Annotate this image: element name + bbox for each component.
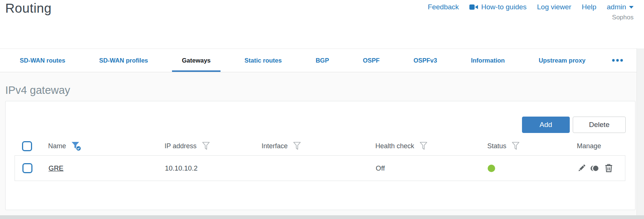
column-header-manage: Manage bbox=[577, 142, 601, 150]
tab-upstream-proxy[interactable]: Upstream proxy bbox=[529, 49, 595, 72]
header-links: Feedback How-to guides Log viewer Help a… bbox=[428, 3, 634, 11]
admin-menu-label: admin bbox=[607, 3, 626, 11]
filter-icon[interactable] bbox=[202, 142, 210, 150]
gateway-ip-address: 10.10.10.2 bbox=[157, 164, 255, 172]
filter-icon[interactable] bbox=[419, 142, 428, 150]
tab-gateways[interactable]: Gateways bbox=[172, 49, 220, 72]
column-header-interface: Interface bbox=[262, 142, 288, 150]
table-row: GRE 10.10.10.2 Off bbox=[15, 156, 625, 181]
log-viewer-link[interactable]: Log viewer bbox=[537, 3, 571, 11]
gateway-table: Name IP address bbox=[15, 137, 625, 181]
tab-information[interactable]: Information bbox=[461, 49, 515, 72]
select-all-checkbox[interactable] bbox=[22, 141, 32, 151]
tab-ospf[interactable]: OSPF bbox=[353, 49, 389, 72]
brand-name: Sophos bbox=[428, 14, 634, 21]
filter-active-icon[interactable] bbox=[71, 141, 81, 151]
tab-ospfv3[interactable]: OSPFv3 bbox=[404, 49, 447, 72]
table-header-row: Name IP address bbox=[15, 137, 625, 155]
column-header-ip-address: IP address bbox=[165, 142, 197, 150]
status-indicator bbox=[488, 165, 495, 172]
feedback-link-label: Feedback bbox=[428, 3, 459, 11]
delete-icon[interactable] bbox=[604, 164, 613, 173]
tab-bgp[interactable]: BGP bbox=[306, 49, 339, 72]
page-bottom-divider bbox=[0, 215, 644, 219]
column-header-health-check: Health check bbox=[375, 142, 414, 150]
gateway-health-check: Off bbox=[369, 164, 481, 172]
row-checkbox[interactable] bbox=[22, 163, 32, 173]
ellipsis-icon bbox=[612, 59, 623, 62]
tab-static-routes[interactable]: Static routes bbox=[235, 49, 291, 72]
add-button[interactable]: Add bbox=[522, 117, 570, 133]
log-viewer-link-label: Log viewer bbox=[537, 3, 571, 11]
content-area: IPv4 gateway Add Delete Name bbox=[0, 72, 637, 215]
gateway-name-link[interactable]: GRE bbox=[49, 164, 63, 172]
filter-icon[interactable] bbox=[512, 142, 520, 150]
column-header-status: Status bbox=[487, 142, 506, 150]
filter-icon[interactable] bbox=[293, 142, 301, 150]
tab-bar: SD-WAN routes SD-WAN profiles Gateways S… bbox=[0, 48, 637, 72]
caret-down-icon bbox=[629, 6, 634, 9]
more-tabs-button[interactable] bbox=[610, 49, 625, 72]
how-to-guides-link-label: How-to guides bbox=[481, 3, 526, 11]
how-to-guides-link[interactable]: How-to guides bbox=[469, 3, 526, 11]
help-link-label: Help bbox=[582, 3, 596, 11]
help-link[interactable]: Help bbox=[582, 3, 596, 11]
tab-sd-wan-profiles[interactable]: SD-WAN profiles bbox=[90, 49, 158, 72]
section-heading: IPv4 gateway bbox=[5, 84, 637, 96]
table-rows: GRE 10.10.10.2 Off bbox=[15, 155, 625, 181]
gateway-card: Add Delete Name bbox=[5, 101, 635, 210]
tab-sd-wan-routes[interactable]: SD-WAN routes bbox=[10, 49, 75, 72]
page-right-gutter bbox=[637, 48, 644, 215]
edit-icon[interactable] bbox=[577, 164, 587, 173]
video-camera-icon bbox=[469, 4, 478, 10]
clone-icon[interactable] bbox=[590, 164, 601, 172]
top-header: Routing Feedback How-to guides Log viewe… bbox=[0, 0, 644, 48]
card-toolbar: Add Delete bbox=[6, 117, 626, 133]
column-header-name: Name bbox=[48, 142, 66, 150]
admin-menu[interactable]: admin bbox=[607, 3, 634, 11]
feedback-link[interactable]: Feedback bbox=[428, 3, 459, 11]
delete-button[interactable]: Delete bbox=[573, 117, 626, 133]
page-title: Routing bbox=[5, 1, 51, 16]
header-right: Feedback How-to guides Log viewer Help a… bbox=[428, 3, 634, 21]
